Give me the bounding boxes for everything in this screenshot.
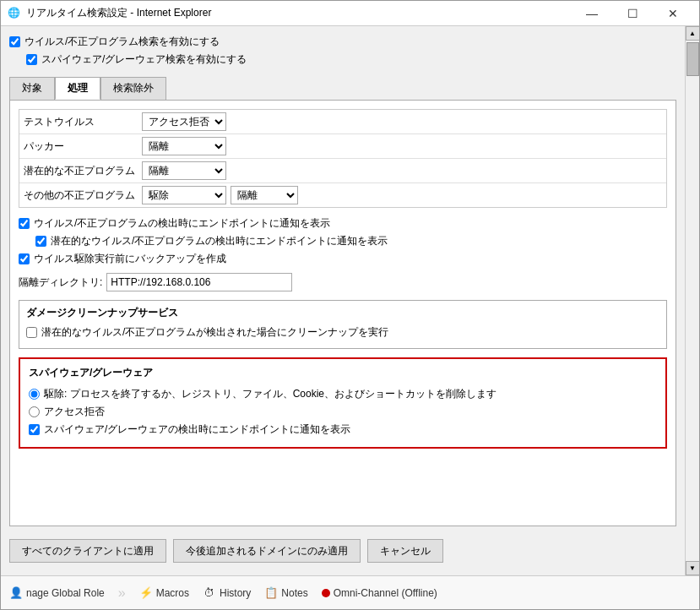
spyware-radio-row-2: アクセス拒否 <box>29 405 657 419</box>
dialog-panel: ウイルス/不正プログラム検索を有効にする スパイウェア/グレーウェア検索を有効に… <box>1 26 685 575</box>
row3-select1[interactable]: 隔離 <box>142 161 226 180</box>
spyware-notify-input[interactable] <box>29 424 40 435</box>
table-row: パッカー 隔離 <box>19 134 666 159</box>
dir-label: 隔離ディレクトリ: <box>19 275 102 290</box>
row2-select1[interactable]: 隔離 <box>142 137 226 155</box>
taskbar-item-notes[interactable]: 📋 Notes <box>264 586 307 600</box>
close-button[interactable]: ✕ <box>654 1 692 26</box>
virus-notify-label: ウイルス/不正プログラムの検出時にエンドポイントに通知を表示 <box>34 216 330 231</box>
damage-cleanup-box: ダメージクリーンナップサービス 潜在的なウイルス/不正プログラムが検出された場合… <box>19 300 667 349</box>
taskbar-item-manage[interactable]: 👤 nage Global Role <box>9 586 105 600</box>
history-icon: ⏱ <box>203 586 216 600</box>
macros-icon: ⚡ <box>139 586 153 600</box>
row2-label: パッカー <box>24 139 142 154</box>
spyware-title: スパイウェア/グレーウェア <box>29 366 657 380</box>
notification-checkboxes: ウイルス/不正プログラムの検出時にエンドポイントに通知を表示 潜在的なウイルス/… <box>19 216 667 266</box>
spyware-box: スパイウェア/グレーウェア 駆除: プロセスを終了するか、レジストリ、ファイル、… <box>19 357 667 449</box>
spyware-notify-label: スパイウェア/グレーウェアの検出時にエンドポイントに通知を表示 <box>44 422 350 437</box>
potential-notify-label: 潜在的なウイルス/不正プログラムの検出時にエンドポイントに通知を表示 <box>51 234 388 248</box>
cancel-button[interactable]: キャンセル <box>367 539 443 563</box>
notes-icon: 📋 <box>264 586 278 600</box>
backup-label: ウイルス駆除実行前にバックアップを作成 <box>34 252 226 266</box>
row3-label: 潜在的な不正プログラム <box>24 164 142 178</box>
dir-row: 隔離ディレクトリ: <box>19 273 667 291</box>
omni-label: Omni-Channel (Offline) <box>334 587 437 599</box>
window-title: リアルタイム検索設定 - Internet Explorer <box>26 6 572 20</box>
row1-select1[interactable]: アクセス拒否 <box>142 112 226 131</box>
taskbar-item-macros[interactable]: ⚡ Macros <box>139 586 189 600</box>
minimize-button[interactable]: — <box>572 1 611 26</box>
taskbar-item-history[interactable]: ⏱ History <box>203 586 251 600</box>
spyware-radio-1-label: 駆除: プロセスを終了するか、レジストリ、ファイル、Cookie、およびショート… <box>44 387 497 401</box>
scroll-down-arrow[interactable]: ▼ <box>686 561 700 575</box>
taskbar-item-omni[interactable]: Omni-Channel (Offline) <box>322 587 437 599</box>
potential-notify-input[interactable] <box>35 236 46 247</box>
apply-all-button[interactable]: すべてのクライアントに適用 <box>9 539 166 563</box>
main-window: 🌐 リアルタイム検索設定 - Internet Explorer — ☐ ✕ ウ… <box>0 0 700 610</box>
manage-icon: 👤 <box>9 586 23 600</box>
scrollbar-track <box>686 41 700 561</box>
spyware-radio-row-1: 駆除: プロセスを終了するか、レジストリ、ファイル、Cookie、およびショート… <box>29 387 657 401</box>
table-row: その他の不正プログラム 駆除 隔離 <box>19 183 666 207</box>
row4-select2[interactable]: 隔離 <box>231 186 298 204</box>
tab-process[interactable]: 処理 <box>55 77 100 100</box>
manage-label: nage Global Role <box>26 587 105 599</box>
table-row: テストウイルス アクセス拒否 <box>19 110 666 134</box>
spyware-notify-row: スパイウェア/グレーウェアの検出時にエンドポイントに通知を表示 <box>29 422 657 437</box>
backup-row: ウイルス駆除実行前にバックアップを作成 <box>19 252 667 266</box>
potential-notify-row: 潜在的なウイルス/不正プログラムの検出時にエンドポイントに通知を表示 <box>35 234 667 248</box>
virus-notify-row: ウイルス/不正プログラムの検出時にエンドポイントに通知を表示 <box>19 216 667 231</box>
titlebar-controls: — ☐ ✕ <box>572 1 692 26</box>
damage-cleanup-input[interactable] <box>26 327 37 338</box>
tab-target[interactable]: 対象 <box>9 77 55 100</box>
table-row: 潜在的な不正プログラム 隔離 <box>19 159 666 183</box>
taskbar: 👤 nage Global Role » ⚡ Macros ⏱ History … <box>1 575 699 609</box>
row4-selects: 駆除 隔離 <box>142 186 298 204</box>
virus-notify-input[interactable] <box>19 218 30 229</box>
virus-check-row: ウイルス/不正プログラム検索を有効にする <box>9 35 676 49</box>
scroll-up-arrow[interactable]: ▲ <box>686 26 700 41</box>
macros-label: Macros <box>156 587 189 599</box>
row4-label: その他の不正プログラム <box>24 188 142 203</box>
spyware-radio-2[interactable] <box>29 406 40 417</box>
window-icon: 🌐 <box>8 7 21 20</box>
row4-select1[interactable]: 駆除 <box>142 186 226 204</box>
virus-check-input[interactable] <box>9 36 20 47</box>
spyware-check-input[interactable] <box>26 54 37 65</box>
maximize-button[interactable]: ☐ <box>613 1 652 26</box>
backup-input[interactable] <box>19 253 30 264</box>
damage-cleanup-label: 潜在的なウイルス/不正プログラムが検出された場合にクリーンナップを実行 <box>41 325 388 340</box>
spyware-radio-1[interactable] <box>29 389 40 400</box>
taskbar-divider-1: » <box>118 585 126 601</box>
spyware-check-row: スパイウェア/グレーウェア検索を有効にする <box>26 52 676 67</box>
buttons-row: すべてのクライアントに適用 今後追加されるドメインにのみ適用 キャンセル <box>9 535 676 567</box>
spyware-check-label: スパイウェア/グレーウェア検索を有効にする <box>41 52 247 67</box>
scrollbar-thumb[interactable] <box>686 42 699 76</box>
spyware-radio-2-label: アクセス拒否 <box>44 405 105 419</box>
right-scrollbar: ▲ ▼ <box>685 26 699 575</box>
omni-channel-dot <box>322 589 330 597</box>
settings-table: テストウイルス アクセス拒否 パッカー 隔離 潜在的な不正プ <box>19 109 667 208</box>
notes-label: Notes <box>281 587 307 599</box>
apply-new-button[interactable]: 今後追加されるドメインにのみ適用 <box>173 539 361 563</box>
row1-label: テストウイルス <box>24 115 142 129</box>
dir-input[interactable] <box>106 273 292 291</box>
panel-box: テストウイルス アクセス拒否 パッカー 隔離 潜在的な不正プ <box>9 100 676 526</box>
titlebar: 🌐 リアルタイム検索設定 - Internet Explorer — ☐ ✕ <box>1 1 699 26</box>
history-label: History <box>220 587 251 599</box>
top-section: ウイルス/不正プログラム検索を有効にする スパイウェア/グレーウェア検索を有効に… <box>9 35 676 70</box>
virus-check-label: ウイルス/不正プログラム検索を有効にする <box>24 35 220 49</box>
main-content: ウイルス/不正プログラム検索を有効にする スパイウェア/グレーウェア検索を有効に… <box>1 26 699 575</box>
tabs-container: 対象 処理 検索除外 <box>9 77 676 100</box>
damage-cleanup-row: 潜在的なウイルス/不正プログラムが検出された場合にクリーンナップを実行 <box>26 325 659 340</box>
damage-cleanup-title: ダメージクリーンナップサービス <box>26 306 659 320</box>
tab-exclude[interactable]: 検索除外 <box>100 77 166 100</box>
